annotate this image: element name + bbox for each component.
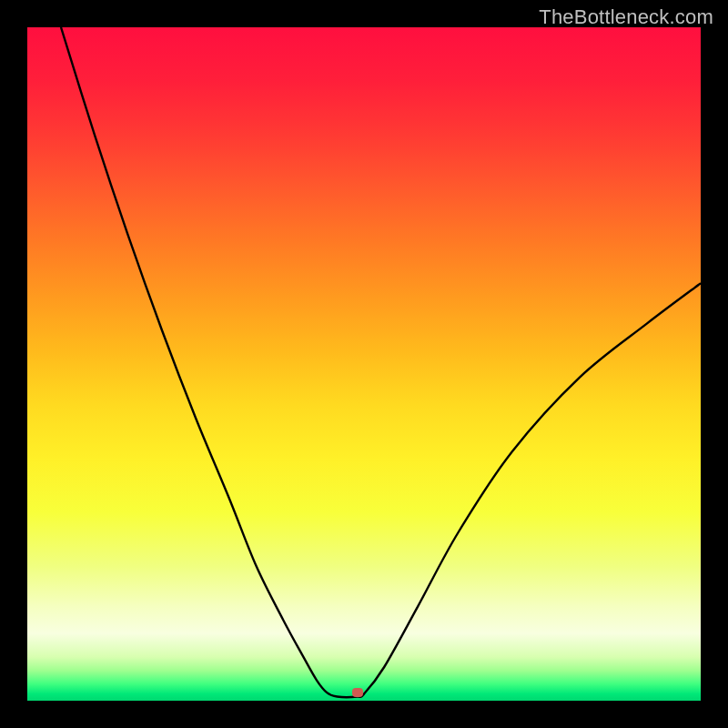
chart-frame: TheBottleneck.com	[0, 0, 728, 728]
bottleneck-curve	[61, 27, 701, 697]
curve-layer	[27, 27, 701, 701]
watermark-text: TheBottleneck.com	[539, 5, 713, 29]
optimum-marker	[352, 688, 363, 697]
plot-area	[27, 27, 701, 701]
